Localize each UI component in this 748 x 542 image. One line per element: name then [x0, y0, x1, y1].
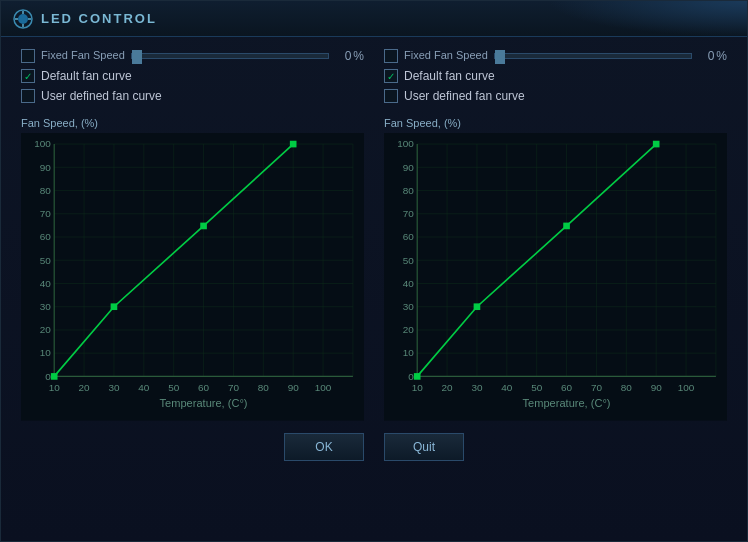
app-title: LED CONTROL [41, 11, 157, 26]
svg-rect-99 [414, 373, 421, 380]
svg-text:60: 60 [561, 382, 573, 393]
right-fan-section: Fixed Fan Speed 0 % Default fan curve [384, 49, 727, 109]
svg-text:Temperature, (C°): Temperature, (C°) [523, 397, 611, 409]
svg-text:50: 50 [531, 382, 543, 393]
svg-text:30: 30 [40, 301, 52, 312]
right-default-curve-label: Default fan curve [404, 69, 495, 83]
svg-text:40: 40 [138, 382, 150, 393]
svg-text:50: 50 [40, 255, 52, 266]
left-chart[interactable]: 100 90 80 70 60 50 40 30 20 10 0 10 [21, 133, 364, 421]
svg-text:10: 10 [49, 382, 61, 393]
left-fixed-fan-label: Fixed Fan Speed [41, 49, 125, 62]
svg-text:20: 20 [403, 324, 415, 335]
svg-rect-53 [384, 133, 727, 421]
left-fan-section: Fixed Fan Speed 0 % Default fan curve [21, 49, 364, 109]
title-bar: LED CONTROL [1, 1, 747, 37]
svg-rect-48 [51, 373, 58, 380]
left-user-curve-checkbox[interactable] [21, 89, 35, 103]
svg-text:80: 80 [258, 382, 270, 393]
svg-text:30: 30 [403, 301, 415, 312]
svg-text:60: 60 [403, 231, 415, 242]
right-fixed-fan-row: Fixed Fan Speed 0 % [384, 49, 727, 63]
svg-text:100: 100 [678, 382, 695, 393]
svg-text:10: 10 [40, 347, 52, 358]
svg-text:Temperature, (C°): Temperature, (C°) [160, 397, 248, 409]
svg-rect-49 [111, 303, 118, 310]
right-fan-speed-percent: % [716, 49, 727, 63]
left-default-curve-row: Default fan curve [21, 69, 364, 83]
svg-text:30: 30 [471, 382, 483, 393]
svg-rect-102 [653, 141, 660, 148]
left-user-curve-label: User defined fan curve [41, 89, 162, 103]
left-fan-speed-slider[interactable] [131, 53, 330, 59]
svg-text:60: 60 [40, 231, 52, 242]
svg-rect-51 [290, 141, 297, 148]
svg-text:80: 80 [403, 185, 415, 196]
svg-text:20: 20 [442, 382, 454, 393]
quit-button[interactable]: Quit [384, 433, 464, 461]
main-window: LED CONTROL Fixed Fan Speed 0 % [0, 0, 748, 542]
svg-text:70: 70 [403, 208, 415, 219]
svg-rect-50 [200, 223, 207, 230]
right-default-curve-checkbox[interactable] [384, 69, 398, 83]
right-chart-y-label: Fan Speed, (%) [384, 117, 727, 129]
svg-text:40: 40 [403, 278, 415, 289]
left-fixed-fan-checkbox[interactable] [21, 49, 35, 63]
right-fan-speed-slider[interactable] [494, 53, 693, 59]
left-chart-section: Fan Speed, (%) [21, 117, 364, 421]
svg-rect-100 [474, 303, 481, 310]
svg-text:80: 80 [40, 185, 52, 196]
right-user-curve-checkbox[interactable] [384, 89, 398, 103]
svg-text:90: 90 [403, 162, 415, 173]
right-fan-speed-value: 0 [698, 49, 714, 63]
left-user-curve-row: User defined fan curve [21, 89, 364, 103]
svg-text:90: 90 [288, 382, 300, 393]
app-icon [13, 9, 33, 29]
svg-text:50: 50 [403, 255, 415, 266]
svg-rect-101 [563, 223, 570, 230]
right-chart[interactable]: 100 90 80 70 60 50 40 30 20 10 0 10 [384, 133, 727, 421]
svg-rect-2 [21, 133, 364, 421]
right-user-curve-label: User defined fan curve [404, 89, 525, 103]
svg-text:70: 70 [228, 382, 240, 393]
svg-text:90: 90 [40, 162, 52, 173]
svg-text:100: 100 [397, 138, 414, 149]
right-fixed-fan-checkbox[interactable] [384, 49, 398, 63]
svg-text:10: 10 [412, 382, 424, 393]
svg-text:50: 50 [168, 382, 180, 393]
svg-text:100: 100 [315, 382, 332, 393]
left-fan-speed-value: 0 [335, 49, 351, 63]
svg-text:40: 40 [501, 382, 513, 393]
svg-text:10: 10 [403, 347, 415, 358]
right-default-curve-row: Default fan curve [384, 69, 727, 83]
left-fixed-fan-row: Fixed Fan Speed 0 % [21, 49, 364, 63]
left-default-curve-label: Default fan curve [41, 69, 132, 83]
svg-text:0: 0 [45, 371, 51, 382]
svg-text:80: 80 [621, 382, 633, 393]
svg-text:40: 40 [40, 278, 52, 289]
right-chart-section: Fan Speed, (%) [384, 117, 727, 421]
svg-text:90: 90 [651, 382, 663, 393]
svg-text:30: 30 [108, 382, 120, 393]
svg-point-1 [18, 14, 28, 24]
ok-button[interactable]: OK [284, 433, 364, 461]
right-fixed-fan-label: Fixed Fan Speed [404, 49, 488, 62]
svg-text:70: 70 [591, 382, 603, 393]
right-user-curve-row: User defined fan curve [384, 89, 727, 103]
svg-text:60: 60 [198, 382, 210, 393]
svg-text:0: 0 [408, 371, 414, 382]
left-fan-speed-percent: % [353, 49, 364, 63]
svg-text:70: 70 [40, 208, 52, 219]
left-chart-y-label: Fan Speed, (%) [21, 117, 364, 129]
left-default-curve-checkbox[interactable] [21, 69, 35, 83]
svg-text:100: 100 [34, 138, 51, 149]
svg-text:20: 20 [79, 382, 91, 393]
svg-text:20: 20 [40, 324, 52, 335]
